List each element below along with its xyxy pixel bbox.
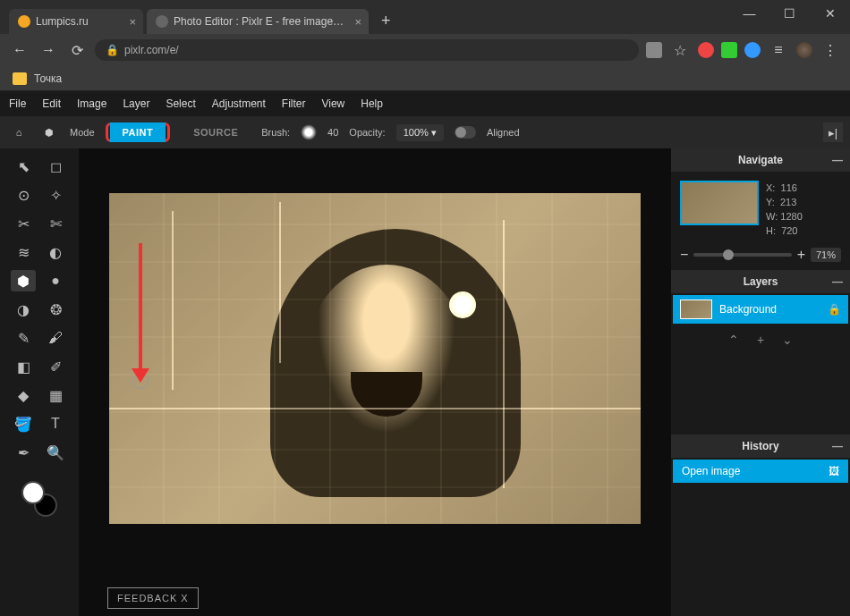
maximize-button[interactable]: ☐ [769,0,810,27]
navigator-info: X: 116 Y: 213 W: 1280 H: 720 [766,181,803,238]
color-swatches[interactable] [21,481,57,517]
brush-size[interactable]: 40 [327,127,338,138]
tool-palette: ⬉ ◻ ⊙ ✧ ✂ ✄ ≋ ◐ ⬢ ● ◑ ❂ ✎ 🖌 ◧ ✐ ◆ ▦ 🪣 T … [0,148,79,616]
cutout-tool[interactable]: ✄ [43,213,68,234]
menu-edit[interactable]: Edit [42,97,61,110]
menu-icon[interactable]: ⋮ [820,42,841,59]
brush-preview[interactable] [301,124,317,140]
annotation-highlight: PAINT [106,122,171,142]
stamp-icon: ⬢ [39,122,59,142]
menu-select[interactable]: Select [166,97,195,110]
fill-tool[interactable]: 🪣 [11,413,36,435]
marquee-tool[interactable]: ◻ [43,156,68,177]
layer-item-background[interactable]: Background 🔒 [673,295,848,324]
mode-source-button[interactable]: SOURCE [181,122,251,142]
right-panels: Navigate — X: 116 Y: 213 W: 1280 H: 720 … [671,148,850,616]
back-button[interactable]: ← [9,42,30,58]
liquify-tool[interactable]: ≋ [11,241,36,263]
menu-adjustment[interactable]: Adjustment [212,97,266,110]
reading-list-icon[interactable]: ≡ [768,42,789,58]
favicon-icon [18,15,30,28]
bookmark-item[interactable]: Точка [34,72,62,85]
image-icon: 🖼 [829,465,839,477]
tab-lumpics[interactable]: Lumpics.ru × [9,9,143,34]
reload-button[interactable]: ⟳ [66,42,88,59]
menu-layer[interactable]: Layer [123,97,149,110]
menu-image[interactable]: Image [77,97,106,110]
heal-tool[interactable]: ◐ [43,241,68,263]
pixlr-app: File Edit Image Layer Select Adjustment … [0,91,850,616]
close-icon[interactable]: × [129,15,136,29]
gradient-tool[interactable]: ▦ [43,384,68,406]
panel-toggle-button[interactable]: ▸| [823,122,843,142]
wand-tool[interactable]: ✧ [43,184,68,206]
layers-panel-header[interactable]: Layers — [671,270,850,293]
url-input[interactable]: 🔒 pixlr.com/e/ [95,39,639,61]
close-icon[interactable]: × [354,15,361,29]
opacity-label: Opacity: [349,127,385,138]
opacity-input[interactable]: 100% ▾ [396,124,444,141]
add-layer-button[interactable]: + [757,333,764,347]
draw-tool[interactable]: ✐ [43,356,68,377]
new-tab-button[interactable]: + [372,12,400,34]
zoom-value[interactable]: 71% [811,248,841,262]
layer-up-button[interactable]: ⌃ [728,333,739,347]
history-item-open[interactable]: Open image 🖼 [673,460,848,483]
crop-tool[interactable]: ✂ [11,213,36,234]
foreground-color[interactable] [21,481,45,504]
menu-help[interactable]: Help [361,97,383,110]
canvas[interactable] [109,193,641,524]
app-menubar: File Edit Image Layer Select Adjustment … [0,91,850,116]
menu-filter[interactable]: Filter [282,97,306,110]
tab-pixlr[interactable]: Photo Editor : Pixlr E - free image… × [147,9,369,34]
close-window-button[interactable]: ✕ [810,0,850,27]
brush-label: Brush: [261,127,290,138]
clone-cursor-icon [132,373,149,389]
layer-controls: ⌃ + ⌄ [671,325,850,354]
minimize-icon[interactable]: — [832,440,843,452]
extension-icon[interactable] [744,42,761,58]
star-icon[interactable]: ☆ [669,42,691,59]
translate-icon[interactable] [646,42,662,58]
zoom-in-button[interactable]: + [797,247,805,263]
lock-icon[interactable]: 🔒 [828,303,841,316]
history-panel-header[interactable]: History — [671,435,850,458]
zoom-tool[interactable]: 🔍 [43,442,68,463]
shape-tool[interactable]: ◆ [11,384,36,406]
lasso-tool[interactable]: ⊙ [11,184,36,206]
canvas-area [79,148,671,616]
zoom-slider[interactable] [693,253,791,257]
navigate-panel-body: X: 116 Y: 213 W: 1280 H: 720 [671,172,850,247]
eraser-tool[interactable]: ◧ [11,356,36,377]
feedback-button[interactable]: FEEDBACK X [107,587,199,609]
eyedropper-tool[interactable]: ✒ [11,442,36,463]
clone-stamp-tool[interactable]: ⬢ [11,270,36,291]
aligned-toggle[interactable] [455,126,476,139]
pen-tool[interactable]: ✎ [11,327,36,349]
navigator-thumbnail[interactable] [680,181,759,225]
minimize-icon[interactable]: — [832,154,843,166]
menu-view[interactable]: View [321,97,344,110]
layer-down-button[interactable]: ⌄ [782,333,793,347]
text-tool[interactable]: T [43,413,68,435]
dodge-tool[interactable]: ◑ [11,299,36,320]
profile-avatar[interactable] [796,42,812,58]
options-bar: ⌂ ⬢ Mode PAINT SOURCE Brush: 40 Opacity:… [0,116,850,148]
mode-paint-button[interactable]: PAINT [110,122,166,142]
menu-file[interactable]: File [9,97,26,110]
minimize-icon[interactable]: — [832,275,843,288]
extension-icon[interactable] [721,42,737,58]
browser-tabstrip: Lumpics.ru × Photo Editor : Pixlr E - fr… [0,0,850,34]
move-tool[interactable]: ⬉ [11,156,36,177]
brush-tool[interactable]: 🖌 [43,327,68,349]
blur-tool[interactable]: ● [43,270,68,291]
navigate-panel-header[interactable]: Navigate — [671,148,850,172]
home-icon[interactable]: ⌂ [9,122,29,142]
history-label: Open image [682,465,740,477]
forward-button[interactable]: → [38,42,59,58]
sponge-tool[interactable]: ❂ [43,299,68,320]
minimize-button[interactable]: — [729,0,769,27]
zoom-out-button[interactable]: − [680,247,688,263]
panel-title: History [742,440,778,452]
extension-icon[interactable] [698,42,714,58]
